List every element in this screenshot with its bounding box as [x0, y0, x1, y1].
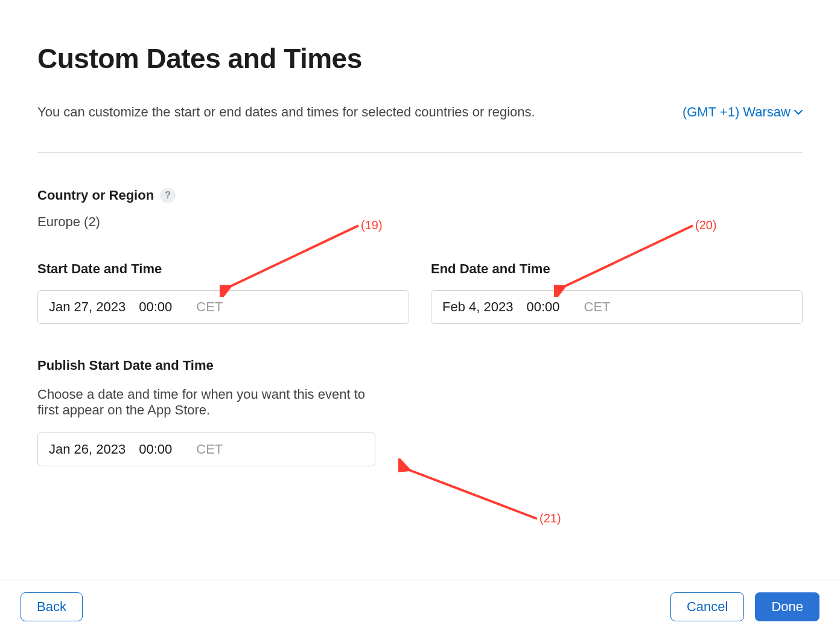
chevron-down-icon — [794, 107, 803, 117]
start-date-value: Jan 27, 2023 — [49, 299, 126, 315]
svg-line-2 — [407, 469, 537, 519]
region-value: Europe (2) — [37, 214, 803, 230]
end-date-value: Feb 4, 2023 — [442, 299, 513, 315]
start-date-input[interactable]: Jan 27, 2023 00:00 CET — [37, 290, 409, 324]
annotation-arrow-21 — [398, 458, 555, 531]
publish-zone-value: CET — [196, 442, 223, 457]
page-title: Custom Dates and Times — [37, 42, 803, 75]
publish-time-value: 00:00 — [139, 442, 172, 457]
annotation-label-21: (21) — [539, 512, 561, 525]
start-time-value: 00:00 — [139, 299, 172, 315]
divider — [37, 152, 803, 153]
end-date-label: End Date and Time — [431, 261, 803, 277]
timezone-selector[interactable]: (GMT +1) Warsaw — [682, 103, 803, 122]
end-date-input[interactable]: Feb 4, 2023 00:00 CET — [431, 290, 803, 324]
region-section-label: Country or Region — [37, 188, 154, 203]
end-time-value: 00:00 — [526, 299, 559, 315]
end-zone-value: CET — [584, 299, 611, 315]
footer: Back Cancel Done — [0, 580, 840, 637]
help-icon[interactable]: ? — [160, 188, 176, 203]
start-zone-value: CET — [196, 299, 223, 315]
start-date-label: Start Date and Time — [37, 261, 409, 277]
cancel-button[interactable]: Cancel — [670, 592, 744, 621]
publish-date-desc: Choose a date and time for when you want… — [37, 387, 375, 418]
back-button[interactable]: Back — [21, 592, 83, 621]
publish-date-input[interactable]: Jan 26, 2023 00:00 CET — [37, 433, 375, 466]
publish-date-label: Publish Start Date and Time — [37, 358, 375, 373]
publish-date-value: Jan 26, 2023 — [49, 442, 126, 457]
done-button[interactable]: Done — [755, 592, 819, 621]
intro-text: You can customize the start or end dates… — [37, 103, 535, 122]
timezone-label: (GMT +1) Warsaw — [682, 104, 791, 120]
